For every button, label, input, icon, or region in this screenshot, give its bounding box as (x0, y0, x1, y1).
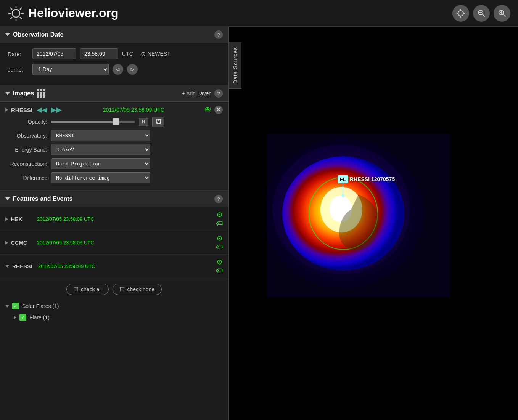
solar-flares-expand-icon (5, 305, 9, 308)
hek-target-icon[interactable]: ⊙ (217, 210, 222, 219)
images-actions: + Add Layer ? (182, 89, 223, 98)
flare-item[interactable]: ✓ Flare (1) (0, 312, 228, 323)
layer-actions: 👁 ✕ (204, 106, 223, 114)
date-input[interactable] (32, 48, 76, 59)
layer-top-row: RHESSI ◀◀ ▶▶ 2012/07/05 23:58:09 UTC 👁 ✕ (5, 106, 223, 114)
images-help-button[interactable]: ? (214, 89, 223, 98)
data-sources-tab[interactable]: Data Sources (229, 42, 241, 89)
svg-point-0 (12, 10, 20, 17)
jump-row: Jump: 1 Day 1 Week 1 Month 1 Year ⊲ ⊳ (8, 64, 220, 75)
layer-prev-button[interactable]: ◀◀ (35, 106, 48, 114)
screenshot-button[interactable]: 🖼 (152, 117, 164, 127)
features-header[interactable]: Features and Events ? (0, 191, 228, 207)
newest-button[interactable]: ⊙ NEWEST (141, 50, 171, 58)
images-header: Images + Add Layer ? (0, 85, 228, 102)
jump-select[interactable]: 1 Day 1 Week 1 Month 1 Year (32, 64, 109, 75)
checkmark-icon: ☑ (74, 286, 79, 292)
ccmc-target-icon[interactable]: ⊙ (217, 234, 222, 242)
rhessi-target-icon[interactable]: ⊙ (217, 258, 222, 266)
features-help-button[interactable]: ? (214, 195, 223, 203)
pin-stem (343, 183, 343, 194)
jump-label: Jump: (8, 66, 29, 73)
solar-flares-item[interactable]: ✓ Solar Flares (1) (0, 300, 228, 312)
difference-row: Difference No difference imag (5, 172, 223, 183)
zoom-in-icon (498, 9, 506, 18)
hek-timestamp: 2012/07/05 23:58:09 UTC (37, 216, 213, 222)
center-button[interactable] (452, 5, 469, 22)
next-nav-button[interactable]: ⊳ (127, 64, 138, 75)
collapse-triangle-icon (5, 33, 10, 36)
rhessi-layer: RHESSI ◀◀ ▶▶ 2012/07/05 23:58:09 UTC 👁 ✕ (0, 102, 228, 191)
observatory-select[interactable]: RHESSI (51, 130, 150, 141)
energy-band-select[interactable]: 3-6keV (51, 144, 150, 155)
hek-tag-icon[interactable]: 🏷 (216, 220, 223, 228)
rhessi-events-icons: ⊙ 🏷 (216, 258, 223, 275)
opacity-row: Opacity: H 🖼 (5, 117, 223, 127)
newest-icon: ⊙ (141, 50, 146, 58)
zoom-in-button[interactable] (494, 5, 510, 22)
crosshair-icon (457, 9, 465, 18)
check-buttons-row: ☑ check all ☐ check none (0, 278, 228, 300)
viewer-panel: Data Sources (229, 27, 518, 420)
reconstruction-row: Reconstruction: Back Projection (5, 158, 223, 169)
observation-date-help-button[interactable]: ? (214, 30, 223, 39)
opacity-fill (51, 121, 114, 123)
prev-nav-button[interactable]: ⊲ (113, 64, 123, 75)
images-title: Images (5, 89, 45, 98)
logo-area: Helioviewer.org (8, 5, 119, 22)
layer-nav: ◀◀ ▶▶ (35, 106, 63, 114)
rhessi-tag-icon[interactable]: 🏷 (216, 267, 223, 275)
check-all-button[interactable]: ☑ check all (66, 284, 109, 295)
energy-band-row: Energy Band: 3-6keV (5, 144, 223, 155)
rhessi-feature-item: RHESSI 2012/07/05 23:58:09 UTC ⊙ 🏷 (0, 255, 228, 278)
solar-flares-checkbox[interactable]: ✓ (12, 303, 19, 309)
flare-checkbox[interactable]: ✓ (19, 314, 26, 321)
check-none-button[interactable]: ☐ check none (113, 284, 162, 295)
observatory-row: Observatory: RHESSI (5, 130, 223, 141)
ccmc-icons: ⊙ 🏷 (216, 234, 223, 251)
left-panel: Observation Date ? Date: UTC ⊙ NEWEST Ju… (0, 27, 229, 420)
layer-expand-icon (5, 108, 8, 112)
solar-visualization (267, 133, 450, 297)
utc-label: UTC (122, 51, 133, 57)
features-collapse-icon (5, 197, 10, 200)
hd-button[interactable]: H (139, 118, 148, 126)
opacity-thumb[interactable] (113, 118, 119, 125)
ccmc-tag-icon[interactable]: 🏷 (216, 243, 223, 251)
opacity-slider[interactable] (51, 121, 135, 123)
zoom-out-icon (477, 9, 486, 18)
fl-badge: FL (338, 175, 348, 183)
hek-name: HEK (11, 216, 34, 222)
layer-close-icon[interactable]: ✕ (214, 106, 223, 114)
observation-date-title: Observation Date (5, 31, 63, 38)
features-section: Features and Events ? HEK 2012/07/05 23:… (0, 191, 228, 323)
hek-icons: ⊙ 🏷 (216, 210, 223, 228)
rhessi-event-label: RHESSI 12070575 (350, 176, 395, 182)
reconstruction-select[interactable]: Back Projection (51, 158, 150, 169)
svg-line-8 (10, 17, 12, 19)
svg-line-5 (10, 8, 12, 10)
ccmc-timestamp: 2012/07/05 23:58:09 UTC (37, 240, 213, 245)
difference-select[interactable]: No difference imag (51, 172, 150, 183)
time-input[interactable] (80, 48, 118, 59)
date-label: Date: (8, 51, 29, 57)
layer-next-button[interactable]: ▶▶ (50, 106, 63, 114)
flare-label: Flare (1) (29, 314, 50, 321)
observation-date-content: Date: UTC ⊙ NEWEST Jump: 1 Day 1 Week 1 … (0, 43, 228, 85)
layer-visibility-icon[interactable]: 👁 (204, 106, 211, 114)
observation-date-header[interactable]: Observation Date ? (0, 27, 228, 43)
app-title: Helioviewer.org (28, 6, 119, 20)
date-row: Date: UTC ⊙ NEWEST (8, 48, 220, 59)
ccmc-name: CCMC (11, 240, 34, 246)
uncheck-icon: ☐ (120, 286, 125, 292)
add-layer-button[interactable]: + Add Layer (182, 90, 211, 96)
ccmc-feature-item: CCMC 2012/07/05 23:58:09 UTC ⊙ 🏷 (0, 231, 228, 255)
svg-point-9 (458, 11, 463, 16)
grid-icon (37, 89, 45, 98)
hek-feature-item: HEK 2012/07/05 23:58:09 UTC ⊙ 🏷 (0, 207, 228, 231)
rhessi-events-timestamp: 2012/07/05 23:58:09 UTC (38, 263, 213, 269)
zoom-out-button[interactable] (473, 5, 490, 22)
ccmc-expand-icon (5, 241, 8, 245)
energy-band-label: Energy Band: (5, 147, 47, 153)
opacity-label: Opacity: (5, 119, 47, 125)
